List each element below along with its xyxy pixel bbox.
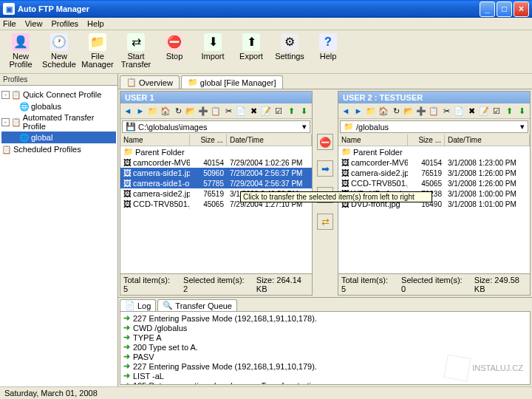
help-button[interactable]: ?Help — [310, 33, 346, 69]
transfer-right-button[interactable]: ➡ — [317, 160, 333, 177]
left-path-bar[interactable]: 💾C:\globalus\images▾ — [122, 120, 310, 133]
folder-icon: 📁 — [123, 147, 134, 157]
import-button[interactable]: ⬇Import — [195, 33, 231, 69]
tree-item[interactable]: -📋Quick Connect Profile — [1, 89, 116, 100]
refresh-button[interactable]: ↻ — [172, 105, 184, 117]
copy-button[interactable]: 📋 — [428, 105, 440, 117]
log-arrow-icon: ➜ — [123, 313, 130, 323]
new-schedule-button[interactable]: 🕐New Schedule — [41, 33, 77, 69]
copy-button[interactable]: 📋 — [210, 105, 222, 117]
col-date[interactable]: Date/Time — [445, 134, 530, 146]
new-profile-button[interactable]: 👤New Profile — [3, 33, 38, 69]
left-panel-toolbar: ◄ ► 📁 🏠 ↻ 📂 ➕ 📋 ✂ 📄 ✖ 📝 ☑ ⬆ ⬇ — [120, 103, 312, 119]
col-size[interactable]: Size ... — [190, 134, 227, 146]
log-line: ➜227 Entering Passive Mode (192,168,1,91… — [122, 313, 528, 323]
delete-button[interactable]: ✖ — [248, 105, 259, 117]
tree-item[interactable]: 🌐globalus — [1, 100, 116, 112]
folder-button[interactable]: 📂 — [403, 105, 415, 117]
sync-down-button[interactable]: ⬇ — [298, 105, 310, 117]
file-row[interactable]: 🖼camcorder-MV600.jpg401543/1/2008 1:23:0… — [338, 157, 530, 168]
menu-view[interactable]: View — [25, 19, 43, 28]
forward-button[interactable]: ► — [134, 105, 146, 117]
sync-button[interactable]: ⇄ — [317, 214, 333, 230]
expand-icon[interactable]: - — [1, 91, 10, 99]
col-name[interactable]: Name — [338, 134, 408, 146]
home-button[interactable]: 🏠 — [160, 105, 171, 117]
col-name[interactable]: Name — [120, 134, 190, 146]
new-folder-button[interactable]: ➕ — [197, 105, 209, 117]
expand-icon[interactable]: - — [1, 118, 10, 126]
cut-button[interactable]: ✂ — [440, 105, 452, 117]
menu-help[interactable]: Help — [87, 19, 104, 28]
right-path-bar[interactable]: 📁/globalus▾ — [340, 120, 528, 133]
tree-item[interactable]: -📋Automated Transfer Profile — [1, 112, 116, 132]
status-date: Saturday, March 01, 2008 — [4, 389, 98, 398]
stop-button[interactable]: ⛔Stop — [157, 33, 192, 69]
back-button[interactable]: ◄ — [122, 105, 134, 117]
menu-profiles[interactable]: Profiles — [51, 19, 78, 28]
props-button[interactable]: 📝 — [478, 105, 490, 117]
up-button[interactable]: 📁 — [147, 105, 159, 117]
paste-button[interactable]: 📄 — [235, 105, 247, 117]
close-button[interactable]: × — [514, 1, 529, 17]
sync-up-button[interactable]: ⬆ — [503, 105, 515, 117]
menu-bar: File View Profiles Help — [0, 18, 532, 30]
right-panel-header: USER 2 : TESTUSER — [338, 92, 530, 103]
col-size[interactable]: Size ... — [408, 134, 445, 146]
file-icon: 🖼 — [123, 158, 132, 167]
back-button[interactable]: ◄ — [340, 105, 352, 117]
tree-item[interactable]: 🌐global — [1, 132, 116, 143]
dropdown-icon[interactable]: ▾ — [302, 122, 307, 132]
minimize-button[interactable]: _ — [480, 1, 495, 17]
log-tab[interactable]: 📄Log — [120, 299, 156, 311]
delete-button[interactable]: ✖ — [466, 105, 477, 117]
new-folder-button[interactable]: ➕ — [415, 105, 427, 117]
file-row[interactable]: 🖼camera-side2.jpg765193/1/2008 1:26:00 P… — [338, 168, 530, 178]
profile-icon: 📋 — [1, 144, 12, 154]
parent-folder-row[interactable]: 📁Parent Folder — [338, 146, 530, 157]
settings-button[interactable]: ⚙Settings — [272, 33, 307, 69]
drive-icon: 💾 — [126, 122, 136, 132]
queue-tab[interactable]: 🔍Transfer Queue — [157, 299, 237, 311]
file-row[interactable]: 🖼camcorder-MV600.jpg401547/29/2004 1:02:… — [120, 157, 312, 168]
export-button[interactable]: ⬆Export — [233, 33, 269, 69]
dropdown-icon[interactable]: ▾ — [520, 122, 525, 132]
profile-icon: 📋 — [11, 89, 21, 100]
watermark: INSTALUJ.CZ — [446, 356, 523, 380]
file-row[interactable]: 🖼CCD-TRV8501.jpg450653/1/2008 1:26:00 PM — [338, 178, 530, 188]
file-row[interactable]: 🖼camera-side1.jpg509607/29/2004 2:56:37 … — [120, 168, 312, 178]
cut-button[interactable]: ✂ — [222, 105, 234, 117]
home-button[interactable]: 🏠 — [378, 105, 389, 117]
file-manager-button[interactable]: 📁File Manager — [80, 33, 115, 69]
folder-icon: 📁 — [344, 122, 354, 132]
stop-transfer-button[interactable]: ⛔ — [317, 134, 333, 150]
select-all-button[interactable]: ☑ — [273, 105, 284, 117]
log-icon: 📄 — [125, 301, 135, 310]
log-line: ➜125 Data connection already open; Trans… — [122, 381, 528, 385]
start-transfer-button[interactable]: ⇄Start Transfer — [118, 33, 154, 69]
queue-icon: 🔍 — [163, 301, 173, 310]
select-all-button[interactable]: ☑ — [491, 105, 502, 117]
maximize-button[interactable]: □ — [497, 1, 512, 17]
menu-file[interactable]: File — [3, 19, 16, 28]
log-arrow-icon: ➜ — [123, 381, 130, 385]
tab-overview[interactable]: 📋Overview — [120, 75, 180, 89]
tree-item[interactable]: 📋Scheduled Profiles — [1, 143, 116, 155]
right-panel-footer: Total item(s): 5 Selected item(s): 0 Siz… — [338, 273, 530, 295]
tree-item-label: Automated Transfer Profile — [23, 113, 116, 131]
tab-file-manager[interactable]: 📁global [File Manager] — [181, 75, 283, 89]
paste-button[interactable]: 📄 — [453, 105, 465, 117]
parent-folder-row[interactable]: 📁Parent Folder — [120, 146, 312, 157]
sync-up-button[interactable]: ⬆ — [285, 105, 297, 117]
props-button[interactable]: 📝 — [260, 105, 272, 117]
right-panel-toolbar: ◄ ► 📁 🏠 ↻ 📂 ➕ 📋 ✂ 📄 ✖ 📝 ☑ ⬆ ⬇ — [338, 103, 530, 119]
up-button[interactable]: 📁 — [365, 105, 377, 117]
folder-button[interactable]: 📂 — [185, 105, 197, 117]
col-date[interactable]: Date/Time — [227, 134, 312, 146]
left-panel-header: USER 1 — [120, 92, 312, 103]
main-toolbar: 👤New Profile 🕐New Schedule 📁File Manager… — [0, 30, 532, 74]
forward-button[interactable]: ► — [352, 105, 364, 117]
file-row[interactable]: 🖼camera-side1-open.jpg577857/29/2004 2:5… — [120, 178, 312, 188]
sync-down-button[interactable]: ⬇ — [516, 105, 528, 117]
refresh-button[interactable]: ↻ — [390, 105, 402, 117]
